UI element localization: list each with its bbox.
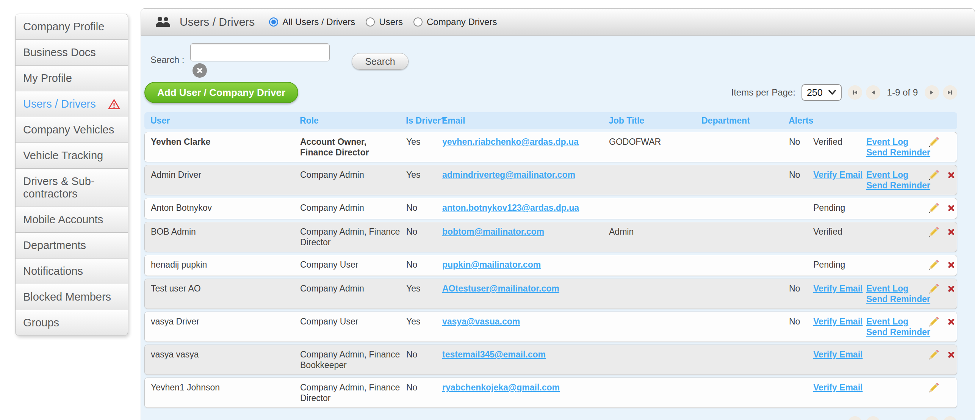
event-log-link[interactable]: Event Log xyxy=(866,169,922,180)
sidebar-item-label: Company Vehicles xyxy=(23,124,114,136)
add-user-button[interactable]: Add User / Company Driver xyxy=(145,82,298,103)
email-status: Pending xyxy=(813,255,866,275)
is-driver-value: No xyxy=(406,345,442,374)
main-panel: Users / Drivers All Users / DriversUsers… xyxy=(141,8,975,420)
column-header-is-driver-[interactable]: Is Driver? xyxy=(406,116,442,126)
row-actions xyxy=(926,345,959,374)
first-page-button[interactable] xyxy=(848,85,862,100)
email-link[interactable]: admindriverteg@mailinator.com xyxy=(442,170,575,180)
column-header-job-title[interactable]: Job Title xyxy=(609,116,702,126)
email-status: Verified xyxy=(813,222,866,252)
column-header-department[interactable]: Department xyxy=(702,116,789,126)
edit-pencil-icon[interactable] xyxy=(926,315,940,329)
sidebar-item-company-vehicles[interactable]: Company Vehicles xyxy=(15,117,128,143)
delete-x-icon[interactable] xyxy=(946,283,956,294)
users-icon xyxy=(154,16,171,28)
prev-page-button[interactable] xyxy=(866,85,880,100)
sidebar-item-label: Notifications xyxy=(23,265,83,277)
sidebar-item-groups[interactable]: Groups xyxy=(15,310,128,336)
sidebar-item-company-profile[interactable]: Company Profile xyxy=(15,14,128,40)
user-role: Company Admin, Finance Director xyxy=(300,222,406,252)
email-link[interactable]: yevhen.riabchenko@ardas.dp.ua xyxy=(442,137,579,147)
sidebar-item-drivers-sub-contractors[interactable]: Drivers & Sub-contractors xyxy=(15,169,128,207)
radio-option-company-drivers[interactable]: Company Drivers xyxy=(414,17,497,27)
column-header-role[interactable]: Role xyxy=(300,116,406,126)
verify-email-link[interactable]: Verify Email xyxy=(813,350,862,360)
sidebar-item-notifications[interactable]: Notifications xyxy=(15,259,128,284)
delete-x-icon[interactable] xyxy=(946,227,956,237)
email-link[interactable]: testemail345@email.com xyxy=(442,350,546,360)
panel-header: Users / Drivers All Users / DriversUsers… xyxy=(141,8,975,36)
delete-x-icon[interactable] xyxy=(946,170,956,180)
row-links xyxy=(866,345,926,374)
job-title xyxy=(609,279,702,309)
email-link[interactable]: ryabchenkojeka@gmail.com xyxy=(442,382,560,392)
edit-pencil-icon[interactable] xyxy=(926,168,940,183)
first-page-button[interactable] xyxy=(848,416,862,420)
sidebar-item-business-docs[interactable]: Business Docs xyxy=(15,40,128,65)
delete-x-icon[interactable] xyxy=(946,350,956,360)
column-header-alerts[interactable]: Alerts xyxy=(789,116,813,126)
send-reminder-link[interactable]: Send Reminder xyxy=(866,327,922,337)
page-range-label: 1-9 of 9 xyxy=(887,418,918,420)
edit-pencil-icon[interactable] xyxy=(926,348,940,363)
sidebar-item-blocked-members[interactable]: Blocked Members xyxy=(15,284,128,310)
edit-pencil-icon[interactable] xyxy=(926,135,940,150)
next-page-button[interactable] xyxy=(925,85,939,100)
event-log-link[interactable]: Event Log xyxy=(866,316,922,327)
delete-x-icon[interactable] xyxy=(946,260,956,270)
edit-pencil-icon[interactable] xyxy=(926,282,940,296)
department xyxy=(702,198,789,219)
sidebar-item-users-drivers[interactable]: Users / Drivers xyxy=(15,91,128,117)
email-link[interactable]: vasya@vasua.com xyxy=(442,317,520,326)
sidebar-item-vehicle-tracking[interactable]: Vehicle Tracking xyxy=(15,143,128,169)
email-link[interactable]: bobtom@mailinator.com xyxy=(442,227,544,237)
email-cell: admindriverteg@mailinator.com xyxy=(442,165,609,195)
event-log-link[interactable]: Event Log xyxy=(866,283,922,294)
top-divider xyxy=(0,4,980,4)
verify-email-link[interactable]: Verify Email xyxy=(813,170,862,180)
department xyxy=(702,255,789,275)
next-page-button[interactable] xyxy=(925,416,939,420)
edit-pencil-icon[interactable] xyxy=(926,225,940,240)
job-title xyxy=(609,378,702,407)
verify-email-link[interactable]: Verify Email xyxy=(813,283,862,293)
email-link[interactable]: AOtestuser@mailinator.com xyxy=(442,283,559,293)
last-page-button[interactable] xyxy=(943,85,957,100)
event-log-link[interactable]: Event Log xyxy=(866,137,922,147)
items-per-page-select[interactable]: 250 xyxy=(802,84,842,101)
email-link[interactable]: anton.botnykov123@ardas.dp.ua xyxy=(442,203,579,213)
clear-search-button[interactable] xyxy=(192,63,207,78)
edit-pencil-icon[interactable] xyxy=(926,381,940,395)
row-links: Event LogSend Reminder xyxy=(866,165,926,195)
sidebar-item-departments[interactable]: Departments xyxy=(15,233,128,259)
prev-page-button[interactable] xyxy=(866,416,880,420)
verify-email-link[interactable]: Verify Email xyxy=(813,382,862,392)
send-reminder-link[interactable]: Send Reminder xyxy=(866,294,922,304)
sidebar-item-my-profile[interactable]: My Profile xyxy=(15,65,128,91)
search-input[interactable] xyxy=(190,43,330,61)
delete-x-icon[interactable] xyxy=(946,203,956,213)
top-pager-mount: 1-9 of 9 xyxy=(848,85,957,100)
last-page-button[interactable] xyxy=(943,416,957,420)
radio-option-all-users-drivers[interactable]: All Users / Drivers xyxy=(269,17,355,27)
verify-email-link[interactable]: Verify Email xyxy=(813,317,862,326)
column-header-user[interactable]: User xyxy=(145,116,300,126)
sidebar-item-label: Groups xyxy=(23,317,59,329)
delete-x-icon[interactable] xyxy=(946,317,956,327)
search-button[interactable]: Search xyxy=(352,53,408,70)
table-row: Yevhen1 Johnson Company Admin, Finance D… xyxy=(145,377,957,408)
edit-pencil-icon[interactable] xyxy=(926,201,940,216)
user-role: Company Admin, Finance Director xyxy=(300,378,406,407)
radio-option-users[interactable]: Users xyxy=(366,17,403,27)
sidebar-item-mobile-accounts[interactable]: Mobile Accounts xyxy=(15,207,128,233)
alerts-value xyxy=(789,198,813,219)
alerts-value: No xyxy=(789,165,813,195)
alerts-value xyxy=(789,378,813,407)
send-reminder-link[interactable]: Send Reminder xyxy=(866,180,922,191)
column-header-email[interactable]: Email xyxy=(442,116,609,126)
edit-pencil-icon[interactable] xyxy=(926,258,940,272)
email-link[interactable]: pupkin@mailinator.com xyxy=(442,260,541,269)
send-reminder-link[interactable]: Send Reminder xyxy=(866,147,922,158)
radio-unselected-icon xyxy=(414,18,423,27)
